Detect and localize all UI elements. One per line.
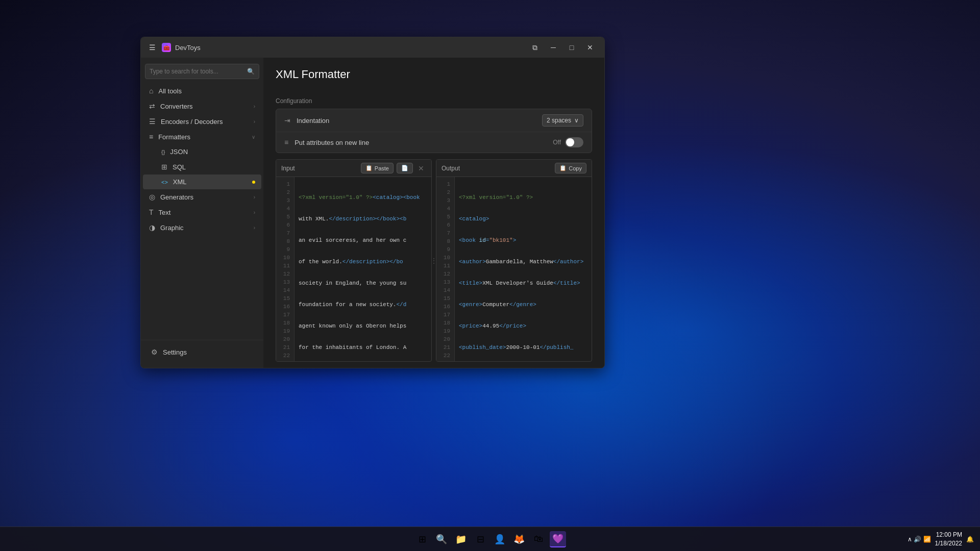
title-bar: ☰ 🧰 DevToys ⧉ ─ □ ✕ (141, 37, 604, 58)
output-pane-header: Output 📋 Copy (436, 160, 592, 177)
indentation-row: ⇥ Indentation 2 spaces ∨ (276, 109, 592, 132)
input-pane-header: Input 📋 Paste 📄 ✕ (276, 160, 431, 177)
taskbar: ⊞ 🔍 📁 ⊟ 👤 🦊 🛍 💜 ∧ 🔊 📶 12:00 PM 1/18/2022… (0, 527, 980, 551)
json-icon: {} (161, 149, 165, 155)
chevron-down-icon: ∨ (252, 134, 255, 140)
close-button[interactable]: ✕ (582, 40, 598, 55)
close-input-icon: ✕ (418, 164, 424, 172)
xml-icon: <> (161, 179, 168, 185)
input-pane-label: Input (281, 165, 358, 172)
paste-label: Paste (375, 165, 389, 171)
sidebar-label-xml: XML (173, 178, 247, 186)
config-section-label: Configuration (276, 97, 592, 105)
content-area: XML Formatter Configuration ⇥ Indentatio… (263, 58, 604, 368)
taskbar-start-button[interactable]: ⊞ (414, 531, 430, 547)
encoders-icon: ☰ (149, 117, 156, 126)
sidebar-item-graphic[interactable]: ◑ Graphic › (143, 220, 261, 235)
input-line-numbers: 1 2 3 4 5 6 7 8 9 10 11 12 13 (276, 177, 295, 361)
chevron-right-icon: › (254, 104, 255, 109)
sidebar-item-xml[interactable]: <> XML (143, 174, 261, 189)
input-editor-body[interactable]: 1 2 3 4 5 6 7 8 9 10 11 12 13 (276, 177, 431, 361)
sidebar-label-text: Text (159, 209, 249, 216)
active-indicator-dot (252, 181, 255, 184)
output-code-content: <?xml version="1.0" ?> <catalog> <book i… (455, 177, 592, 361)
taskbar-clock[interactable]: 12:00 PM 1/18/2022 (935, 531, 962, 548)
maximize-button[interactable]: □ (564, 40, 580, 55)
sidebar-label-graphic: Graphic (160, 224, 249, 232)
chevron-right-icon-2: › (254, 119, 255, 124)
sidebar: 🔍 ⌂ All tools ⇄ Converters › ☰ Encoders … (141, 58, 263, 368)
close-icon: ✕ (587, 43, 593, 52)
sql-icon: ⊞ (161, 163, 167, 171)
taskbar-search-icon[interactable]: 🔍 (433, 531, 450, 547)
text-icon: T (149, 208, 154, 216)
taskbar-widgets-icon[interactable]: ⊟ (472, 531, 488, 547)
search-input[interactable] (150, 68, 247, 75)
taskbar-date-display: 1/18/2022 (935, 539, 962, 548)
restore-icon-btn[interactable]: ⧉ (527, 40, 543, 55)
taskbar-devtoys-icon[interactable]: 💜 (550, 531, 566, 547)
sidebar-label-generators: Generators (160, 193, 249, 201)
sidebar-label-converters: Converters (160, 103, 249, 110)
taskbar-files-icon[interactable]: 📁 (453, 531, 469, 547)
config-card: ⇥ Indentation 2 spaces ∨ ≡ Put attribute… (276, 109, 592, 153)
open-file-button[interactable]: 📄 (397, 163, 413, 173)
copy-label: Copy (569, 165, 582, 171)
sidebar-item-generators[interactable]: ◎ Generators › (143, 189, 261, 205)
generators-icon: ◎ (149, 193, 155, 201)
copy-button[interactable]: 📋 Copy (555, 163, 586, 173)
converters-icon: ⇄ (149, 102, 155, 110)
indentation-dropdown[interactable]: 2 spaces ∨ (542, 114, 583, 127)
attributes-row: ≡ Put attributes on new line Off (276, 132, 592, 153)
clear-input-button[interactable]: ✕ (416, 163, 426, 173)
sidebar-label-encoders: Encoders / Decoders (161, 118, 249, 126)
sidebar-item-text[interactable]: T Text › (143, 205, 261, 220)
notifications-icon[interactable]: 🔔 (966, 536, 974, 543)
sidebar-label-formatters: Formatters (158, 133, 247, 141)
minimize-button[interactable]: ─ (545, 40, 561, 55)
sidebar-item-json[interactable]: {} JSON (143, 144, 261, 159)
search-bar[interactable]: 🔍 (145, 64, 259, 79)
content-header: XML Formatter (263, 58, 604, 97)
minimize-icon: ─ (551, 43, 556, 52)
attributes-icon: ≡ (284, 138, 288, 146)
dropdown-chevron-icon: ∨ (574, 117, 579, 124)
taskbar-store-icon[interactable]: 🛍 (530, 531, 547, 547)
home-icon: ⌂ (149, 87, 153, 95)
sidebar-item-encoders[interactable]: ☰ Encoders / Decoders › (143, 114, 261, 129)
input-code-content[interactable]: <?xml version="1.0" ?><catalog><book wit… (295, 177, 431, 361)
attributes-toggle[interactable] (565, 137, 583, 147)
hamburger-icon[interactable]: ☰ (147, 41, 158, 54)
sidebar-item-all-tools[interactable]: ⌂ All tools (143, 83, 261, 98)
app-title-label: DevToys (175, 44, 201, 52)
copy-icon: 📋 (559, 165, 567, 171)
chevron-right-icon-4: › (254, 210, 255, 215)
sidebar-item-formatters[interactable]: ≡ Formatters ∨ (143, 129, 261, 144)
toggle-off-label: Off (553, 139, 561, 146)
title-controls: ⧉ ─ □ ✕ (527, 40, 598, 55)
settings-icon: ⚙ (151, 348, 158, 356)
system-tray: ∧ 🔊 📶 (908, 536, 931, 543)
sidebar-item-sql[interactable]: ⊞ SQL (143, 159, 261, 174)
maximize-icon: □ (570, 43, 574, 52)
paste-icon: 📋 (365, 165, 373, 171)
sidebar-item-settings[interactable]: ⚙ Settings (145, 344, 259, 360)
app-logo: 🧰 (162, 43, 171, 52)
search-icon[interactable]: 🔍 (247, 68, 255, 75)
indentation-value: 2 spaces (547, 117, 571, 124)
sidebar-label-settings: Settings (163, 348, 253, 356)
sidebar-item-converters[interactable]: ⇄ Converters › (143, 98, 261, 114)
graphic-icon: ◑ (149, 223, 155, 232)
output-line-numbers: 1 2 3 4 5 6 7 8 9 10 11 12 13 (436, 177, 455, 361)
taskbar-people-icon[interactable]: 👤 (492, 531, 508, 547)
indentation-icon: ⇥ (284, 116, 290, 124)
indentation-label: Indentation (297, 117, 542, 124)
paste-button[interactable]: 📋 Paste (361, 163, 394, 173)
attributes-label: Put attributes on new line (295, 139, 553, 146)
taskbar-time-display: 12:00 PM (935, 531, 962, 539)
input-pane: Input 📋 Paste 📄 ✕ (276, 159, 432, 362)
restore-icon: ⧉ (532, 43, 537, 52)
chevron-right-icon-5: › (254, 225, 255, 231)
taskbar-browser-icon[interactable]: 🦊 (511, 531, 527, 547)
sidebar-label-all-tools: All tools (158, 87, 255, 95)
